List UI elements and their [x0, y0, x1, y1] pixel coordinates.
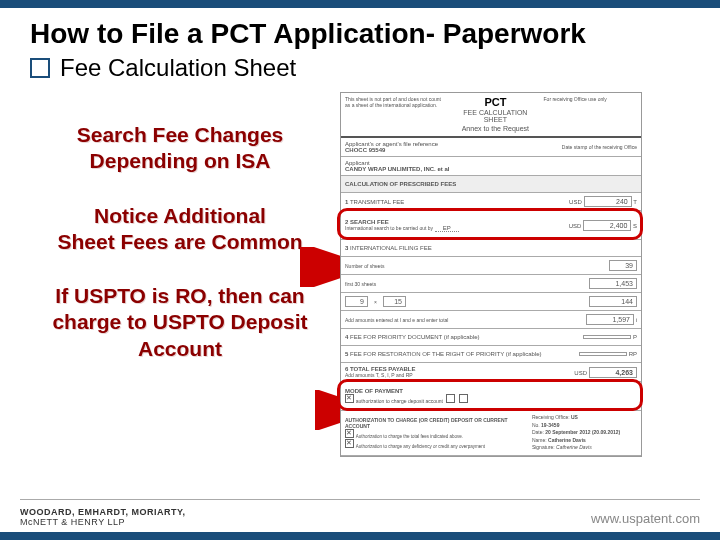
- content-area: Search Fee Changes Depending on ISA Noti…: [0, 82, 720, 457]
- checkbox-cheque: [459, 394, 468, 403]
- bottom-accent-bar: [0, 532, 720, 540]
- emphasis-search-fee: Search Fee Changes Depending on ISA: [20, 122, 340, 175]
- form-file-ref-row: Applicant's or agent's file referenceCHO…: [341, 138, 641, 157]
- s-val: 2,400: [583, 220, 631, 231]
- calc-header-row: CALCULATION OF PRESCRIBED FEES: [341, 176, 641, 193]
- top-accent-bar: [0, 0, 720, 8]
- t-val: 240: [584, 196, 632, 207]
- emph2-l2: Sheet Fees are Common: [57, 230, 302, 253]
- intl-filing-row: 3 INTERNATIONAL FILING FEE: [341, 240, 641, 257]
- rp-val: [579, 352, 627, 356]
- page-title: How to File a PCT Application- Paperwork: [0, 8, 720, 50]
- form-header: This sheet is not part of and does not c…: [341, 93, 641, 138]
- ro-country: US: [571, 414, 578, 420]
- sheets-count-row: Number of sheets 39: [341, 257, 641, 275]
- emphasis-additional-sheet: Notice Additional Sheet Fees are Common: [20, 203, 340, 256]
- intl-filing-label: INTERNATIONAL FILING FEE: [350, 245, 432, 251]
- p-val: [583, 335, 631, 339]
- fee-calculation-form: This sheet is not part of and does not c…: [340, 92, 642, 457]
- file-ref-val: CHOCC 95549: [345, 147, 385, 153]
- filing-row-a: first 30 sheets 1,453: [341, 275, 641, 293]
- priority-doc-row: 4 FEE FOR PRIORITY DOCUMENT (if applicab…: [341, 329, 641, 346]
- filing-subtotal-row: Add amounts entered at I and e and enter…: [341, 311, 641, 329]
- auth-date: 20 September 2012 (20.09.2012): [545, 429, 620, 435]
- filing-row-b: 9 × 15 144: [341, 293, 641, 311]
- isa-code: EP: [435, 225, 459, 232]
- left-column: Search Fee Changes Depending on ISA Noti…: [20, 92, 340, 457]
- checkbox-cash: [446, 394, 455, 403]
- auth-name: Catherine Davis: [548, 437, 586, 443]
- footer: WOODARD, EMHARDT, MORIARTY, McNETT & HEN…: [0, 499, 720, 540]
- total-val: 4,263: [589, 367, 637, 378]
- transmittal-fee-row: 1 TRANSMITTAL FEE USD240 T: [341, 193, 641, 211]
- right-column: This sheet is not part of and does not c…: [340, 92, 680, 457]
- checkbox-auth2: [345, 439, 354, 448]
- footer-url: www.uspatent.com: [591, 511, 700, 526]
- subtotal: 1,597: [586, 314, 634, 325]
- total-row: 6 TOTAL FEES PAYABLEAdd amounts T, S, I,…: [341, 363, 641, 382]
- logo-line2: McNETT & HENRY LLP: [20, 518, 186, 528]
- mode-payment-row: MODE OF PAYMENT authorization to charge …: [341, 382, 641, 411]
- form-annex: Annex to the Request: [455, 124, 537, 133]
- calc-header: CALCULATION OF PRESCRIBED FEES: [345, 181, 456, 187]
- emphasis-uspto-ro: If USPTO is RO, then can charge to USPTO…: [20, 283, 340, 362]
- search-fee-row: 2 SEARCH FEE International search to be …: [341, 211, 641, 240]
- row-a: 1,453: [589, 278, 637, 289]
- auth-charge-row: AUTHORIZATION TO CHARGE (OR CREDIT) DEPO…: [341, 411, 641, 456]
- form-sheet-title: FEE CALCULATION SHEET: [455, 108, 537, 124]
- checkbox-auth1: [345, 429, 354, 438]
- form-pct-label: PCT: [455, 96, 537, 108]
- acct-num: 19-3459: [541, 422, 559, 428]
- subtitle: Fee Calculation Sheet: [60, 54, 296, 82]
- form-applicant-row: ApplicantCANDY WRAP UNLIMITED, INC. et a…: [341, 157, 641, 176]
- firm-logo: WOODARD, EMHARDT, MORIARTY, McNETT & HEN…: [20, 508, 186, 528]
- checkbox-deposit: [345, 394, 354, 403]
- emph2-l1: Notice Additional: [94, 204, 266, 227]
- bullet-icon: [30, 58, 50, 78]
- applicant-val: CANDY WRAP UNLIMITED, INC. et al: [345, 166, 449, 172]
- sheets-val: 39: [609, 260, 637, 271]
- row-b3: 144: [589, 296, 637, 307]
- restoration-row: 5 FEE FOR RESTORATION OF THE RIGHT OF PR…: [341, 346, 641, 363]
- subtitle-row: Fee Calculation Sheet: [0, 50, 720, 82]
